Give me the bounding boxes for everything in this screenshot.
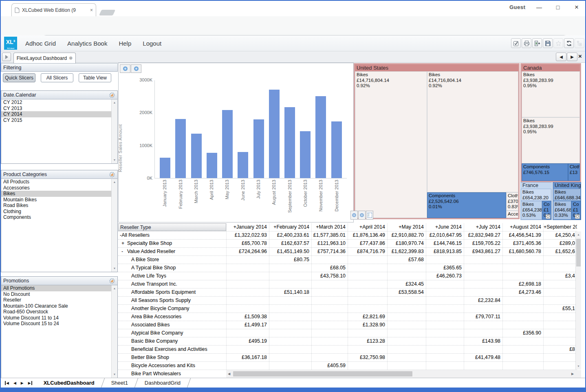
chart-bar[interactable] xyxy=(222,110,233,178)
grid-column-header[interactable]: +May 2014 xyxy=(387,223,426,231)
table-cell[interactable] xyxy=(426,313,464,321)
table-row-label[interactable]: Beneficial Exercises and Activities xyxy=(118,346,226,353)
table-cell[interactable] xyxy=(348,256,387,264)
chart-bar[interactable] xyxy=(315,96,326,178)
table-cell[interactable] xyxy=(502,256,543,264)
table-cell[interactable] xyxy=(502,346,543,353)
chart-bar[interactable] xyxy=(191,134,202,178)
first-sheet-icon[interactable]: ◀ xyxy=(5,381,9,385)
table-cell[interactable] xyxy=(269,313,311,321)
chart-bar[interactable] xyxy=(300,131,311,178)
table-cell[interactable] xyxy=(311,297,348,304)
table-cell[interactable]: £405.59 xyxy=(311,362,348,370)
dashboard-tab[interactable]: FlexiLayout Dashboard ⊗ xyxy=(13,53,76,63)
table-cell[interactable] xyxy=(464,305,502,313)
table-cell[interactable] xyxy=(348,329,387,337)
table-cell[interactable] xyxy=(426,354,464,361)
grid-column-header[interactable]: +July 2014 xyxy=(464,223,502,231)
tab-prev-button[interactable]: ◀ xyxy=(556,53,566,61)
table-cell[interactable] xyxy=(311,256,348,264)
table-row-label[interactable]: Active Life Toys xyxy=(118,272,226,280)
table-cell[interactable]: £2,232.84 xyxy=(464,297,502,304)
grid-horizontal-scrollbar[interactable]: ◀ ▶ xyxy=(226,370,575,378)
table-cell[interactable] xyxy=(502,264,543,272)
table-cell[interactable] xyxy=(502,321,543,329)
tab-close-button[interactable]: × xyxy=(578,53,582,59)
menu-help[interactable]: Help xyxy=(119,40,131,47)
table-cell[interactable]: £36,167.18 xyxy=(226,354,269,361)
slicer-item[interactable]: CY 2012 xyxy=(1,99,111,106)
slicer-item[interactable]: Components xyxy=(1,214,111,220)
table-cell[interactable] xyxy=(348,305,387,313)
table-cell[interactable] xyxy=(311,305,348,313)
table-cell[interactable] xyxy=(226,288,269,296)
table-cell[interactable] xyxy=(387,337,426,345)
table-row-label[interactable]: Bicycle Accessories and Kits xyxy=(118,362,226,370)
slicer-item[interactable]: All Products xyxy=(1,179,111,185)
close-button[interactable]: × xyxy=(569,2,584,13)
table-cell[interactable] xyxy=(348,288,387,296)
treemap-region-canada[interactable]: Canada Bikes£3,938,283.990.95% Bikes£3,9… xyxy=(520,63,581,182)
table-cell[interactable] xyxy=(426,362,464,370)
chart-bar[interactable] xyxy=(331,121,342,178)
refresh-button[interactable] xyxy=(564,38,574,48)
menu-logout[interactable]: Logout xyxy=(143,40,161,47)
table-cell[interactable] xyxy=(426,321,464,329)
treemap-cell-bikes[interactable]: Bikes£14,716,804.140.92% xyxy=(427,71,518,192)
table-cell[interactable]: £55,1 xyxy=(543,305,577,313)
table-cell[interactable] xyxy=(502,354,543,361)
table-cell[interactable]: £41,479.48 xyxy=(464,354,502,361)
table-cell[interactable] xyxy=(502,305,543,313)
table-cell[interactable] xyxy=(426,256,464,264)
treemap-cell-components[interactable]: Components£746,576.15 xyxy=(522,163,568,181)
table-cell[interactable] xyxy=(543,297,577,304)
scroll-up-icon[interactable]: ▲ xyxy=(576,232,581,238)
table-cell[interactable]: £495.19 xyxy=(226,337,269,345)
all-slicers-button[interactable]: All Slicers xyxy=(41,73,73,82)
table-cell[interactable] xyxy=(226,272,269,280)
treemap-region-united-states[interactable]: United States Bikes£14,716,804.140.92% B… xyxy=(354,63,520,219)
table-cell[interactable] xyxy=(502,313,543,321)
table-cell[interactable] xyxy=(226,256,269,264)
table-cell[interactable] xyxy=(464,321,502,329)
table-cell[interactable] xyxy=(269,272,311,280)
table-cell[interactable]: £365.65 xyxy=(426,264,464,272)
table-cell[interactable] xyxy=(269,264,311,272)
grid-column-header[interactable]: +February 2014 xyxy=(269,223,311,231)
chart-bar[interactable] xyxy=(284,107,295,178)
table-cell[interactable] xyxy=(502,337,543,345)
menu-analytics-book[interactable]: Analytics Book xyxy=(67,40,107,47)
table-row-label[interactable]: A Typical Bike Shop xyxy=(118,264,226,272)
table-cell[interactable]: £143.98 xyxy=(464,337,502,345)
slicer-item[interactable]: Volume Discount 11 to 14 xyxy=(1,315,111,321)
table-cell[interactable] xyxy=(269,329,311,337)
table-cell[interactable] xyxy=(426,297,464,304)
table-cell[interactable]: £289,0 xyxy=(543,240,577,247)
treemap-cell-components[interactable]: Co£10.0 Cl xyxy=(571,201,581,220)
slicer-settings-icon[interactable] xyxy=(109,92,115,98)
table-cell[interactable] xyxy=(426,288,464,296)
table-cell[interactable] xyxy=(311,321,348,329)
favorite-button[interactable] xyxy=(553,38,563,48)
chart-bar[interactable] xyxy=(160,158,170,178)
grid-column-header[interactable]: +August 2014 xyxy=(502,223,543,231)
treemap-forward-button[interactable] xyxy=(358,211,366,220)
table-cell[interactable] xyxy=(269,354,311,361)
table-cell[interactable]: £43,758.10 xyxy=(311,272,348,280)
slicer-item[interactable]: Mountain-100 Clearance Sale xyxy=(1,303,111,309)
next-sheet-icon[interactable]: ▶ xyxy=(21,381,24,385)
treemap-cell-bikes[interactable]: Bikes£654,238.200.53% xyxy=(521,189,551,201)
grid-corner-header[interactable]: Reseller Type xyxy=(118,223,226,231)
table-cell[interactable] xyxy=(311,280,348,288)
table-cell[interactable] xyxy=(426,346,464,353)
table-row-label[interactable]: -All Resellers xyxy=(118,231,226,239)
table-cell[interactable] xyxy=(543,329,577,337)
treemap-cell-bikes[interactable]: Bikes£646,688.340.33% xyxy=(553,189,581,201)
treemap-cell-clothing[interactable]: Clothi£370,80.83% xyxy=(506,192,518,211)
table-cell[interactable]: £4,250,4 xyxy=(543,231,577,239)
table-cell[interactable] xyxy=(464,264,502,272)
table-cell[interactable] xyxy=(543,256,577,264)
table-cell[interactable]: £2,400,233.61 xyxy=(269,231,311,239)
treemap-cell-accessories[interactable]: Access xyxy=(506,211,518,218)
table-cell[interactable]: £8 xyxy=(543,346,577,353)
